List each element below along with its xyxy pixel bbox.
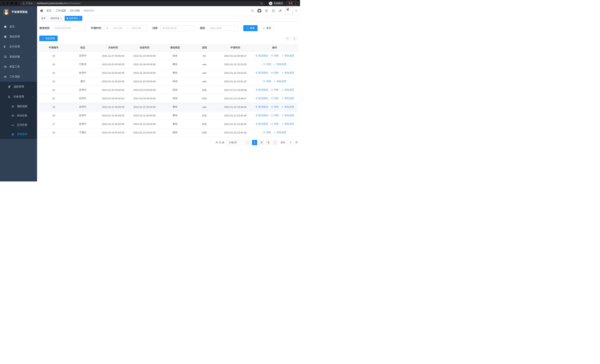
goto-page-input[interactable] <box>287 140 294 145</box>
breadcrumb-item[interactable]: 首页 <box>46 9 52 12</box>
column-header: 状态 <box>68 44 97 52</box>
column-header: 结束时间 <box>129 44 160 52</box>
sidebar-item-home[interactable]: 首页 <box>0 22 37 32</box>
sidebar-item-dev-tools[interactable]: 研发工具 <box>0 62 37 72</box>
tab-home[interactable]: 首页 <box>39 16 47 21</box>
cell-applied: 2022-01-22 23:49:46 <box>219 86 252 94</box>
progress-link[interactable]: 审批进度 <box>273 63 286 66</box>
progress-link[interactable]: 审批进度 <box>281 97 294 100</box>
cancel-link[interactable]: 取消请假 <box>255 122 268 126</box>
sidebar-item-label: 工作流程 <box>9 75 20 78</box>
cancel-link[interactable]: 取消请假 <box>255 114 268 117</box>
app-logo <box>3 9 9 15</box>
cancel-link[interactable]: 取消请假 <box>255 105 268 109</box>
detail-link[interactable]: 详情 <box>271 88 279 92</box>
next-page-button[interactable] <box>272 140 278 145</box>
cell-applied: 2022-01-22 23:53:35 <box>219 60 252 69</box>
progress-link[interactable]: 审批进度 <box>273 80 286 83</box>
sidebar-item-todo-tasks[interactable]: 待办任务 <box>0 111 37 120</box>
detail-link[interactable]: 详情 <box>271 97 279 100</box>
page-size-select[interactable]: 10条/页 <box>226 140 244 145</box>
view-icon <box>271 97 273 100</box>
reason-input[interactable]: 请输入原因 <box>207 25 238 31</box>
progress-link[interactable]: 审批进度 <box>281 71 294 75</box>
progress-link[interactable]: 审批进度 <box>281 122 294 126</box>
search-button[interactable]: 搜索 <box>243 25 258 31</box>
browser-menu-icon[interactable] <box>294 2 297 5</box>
fold-menu-icon[interactable] <box>40 9 43 12</box>
page-3-button[interactable]: 3 <box>266 140 271 145</box>
update-button[interactable]: 更新 <box>286 1 298 6</box>
breadcrumb-item[interactable]: 工作流程 <box>56 9 66 12</box>
not-secure-warning-icon[interactable] <box>22 2 25 5</box>
reload-icon[interactable] <box>10 2 14 5</box>
breadcrumb-item[interactable]: OA 示例 <box>70 9 79 12</box>
detail-link[interactable]: 详情 <box>263 80 271 83</box>
page-1-button[interactable]: 1 <box>252 140 257 145</box>
back-icon[interactable] <box>2 2 5 5</box>
yen-icon: ¥ <box>4 45 7 48</box>
trash-icon <box>255 123 258 125</box>
apply-time-daterange[interactable]: 开始日期 - 结束日期 <box>104 25 147 31</box>
close-icon[interactable]: × <box>79 17 81 20</box>
detail-link[interactable]: 详情 <box>271 105 279 109</box>
tab-process-detail[interactable]: 流程详情 × <box>48 16 64 21</box>
progress-link[interactable]: 审批进度 <box>281 54 294 57</box>
user-avatar[interactable] <box>285 7 293 14</box>
sidebar-logo-row[interactable]: 芋道管理系统 <box>0 6 37 18</box>
sidebar-item-payment-management[interactable]: ¥支付管理 <box>0 42 37 52</box>
caret-down-icon[interactable] <box>295 10 297 12</box>
sidebar-item-infrastructure[interactable]: 基础设施 <box>0 52 37 62</box>
tab-leave-query[interactable]: 请假查询 × <box>65 16 83 21</box>
detail-link[interactable]: 详情 <box>271 122 279 126</box>
progress-link[interactable]: 审批进度 <box>273 131 286 134</box>
leave-type-select[interactable]: 请选择请假类型 <box>52 25 86 31</box>
home-icon[interactable] <box>15 2 18 5</box>
cancel-link[interactable]: 取消请假 <box>255 71 268 75</box>
toggle-search-button[interactable] <box>285 36 290 41</box>
table-row: 23 处理中 2022-01-03 00:00:00 2022-01-26 00… <box>39 69 298 77</box>
fullscreen-icon[interactable] <box>272 9 275 12</box>
page-2-button[interactable]: 2 <box>259 140 264 145</box>
progress-link[interactable]: 审批进度 <box>281 114 294 117</box>
cancel-link[interactable]: 取消请假 <box>255 54 268 57</box>
url-bar[interactable]: 不安全 dashboard.yudao.iocoder.cn/bpm/oa/le… <box>20 1 265 6</box>
detail-link[interactable]: 详情 <box>263 131 271 134</box>
sidebar-item-workflow[interactable]: 工作流程 <box>0 72 37 82</box>
sidebar-item-task-management[interactable]: 任务管理 <box>0 92 37 102</box>
search-icon[interactable] <box>251 9 254 12</box>
cancel-link[interactable]: 取消请假 <box>255 88 268 92</box>
detail-link[interactable]: 详情 <box>271 71 279 75</box>
detail-link[interactable]: 详情 <box>263 63 271 66</box>
forward-icon[interactable] <box>6 2 9 5</box>
user-icon <box>11 133 14 136</box>
prev-page-button[interactable] <box>245 140 250 145</box>
sidebar-item-process-management[interactable]: 流程管理 <box>0 82 37 92</box>
sidebar-item-done-tasks[interactable]: 已办任务 <box>0 120 37 130</box>
sidebar-item-system-management[interactable]: 系统管理 <box>0 32 37 42</box>
detail-link[interactable]: 详情 <box>271 54 279 57</box>
cell-type: 事假 <box>160 60 190 69</box>
bookmark-star-icon[interactable] <box>260 2 263 5</box>
help-icon[interactable] <box>265 9 268 12</box>
github-icon[interactable] <box>258 9 261 13</box>
cell-end: 2022-01-22 00:00:00 <box>129 77 160 86</box>
progress-link[interactable]: 审批进度 <box>281 88 294 92</box>
progress-link[interactable]: 审批进度 <box>281 105 294 109</box>
cell-status: 通过 <box>68 77 97 86</box>
font-size-icon[interactable]: TT <box>279 9 282 12</box>
cancel-link[interactable]: 取消请假 <box>255 97 268 100</box>
result-select[interactable]: 请选择流结果 <box>160 25 195 31</box>
sidebar-item-leave-query[interactable]: 请假查询 <box>0 130 37 139</box>
close-icon[interactable]: × <box>60 17 62 20</box>
cell-start: 2022-01-03 00:00:00 <box>97 60 129 69</box>
refresh-table-button[interactable] <box>292 36 297 41</box>
chevron-down-icon <box>81 27 83 29</box>
sidebar-item-my-processes[interactable]: 我的流程 <box>0 102 37 111</box>
reset-button[interactable]: 重置 <box>260 25 274 31</box>
filter-label: 申请时间 <box>91 27 101 30</box>
detail-link[interactable]: 详情 <box>271 114 279 117</box>
cell-actions: 取消请假详情审批进度 <box>252 94 298 103</box>
create-leave-button[interactable]: 发起请假 <box>39 36 58 41</box>
view-icon <box>271 89 273 91</box>
